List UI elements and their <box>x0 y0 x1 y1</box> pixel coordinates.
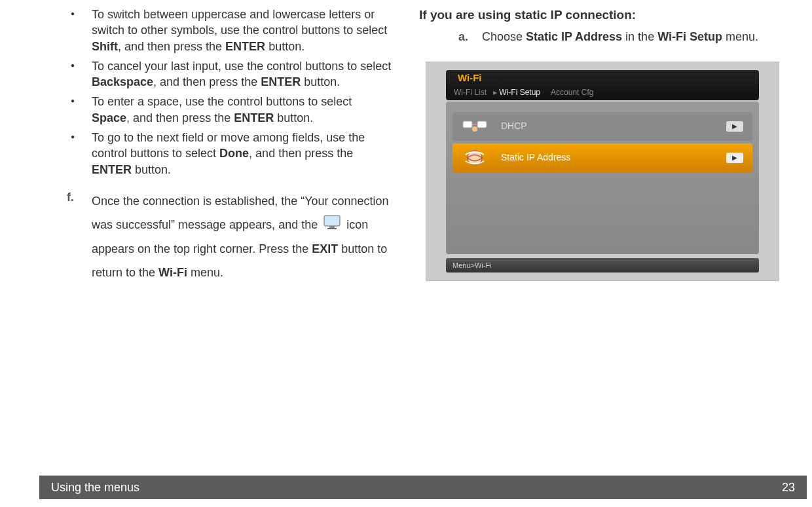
bold-text: Static IP Address <box>526 30 622 43</box>
ss-breadcrumb: Menu>Wi-Fi <box>446 258 759 272</box>
svg-rect-1 <box>329 226 335 228</box>
ss-body: DHCP ▶ Static IP Address ▶ <box>446 102 759 254</box>
page-footer: Using the menus 23 <box>39 476 807 499</box>
bold-text: ENTER <box>92 163 132 176</box>
svg-rect-4 <box>477 121 487 128</box>
wifi-setup-screenshot: Wi-Fi Wi-Fi List ▸ Wi-Fi Setup Account C… <box>426 62 779 281</box>
bold-text: Wi-Fi Setup <box>657 30 722 43</box>
tab-wifi-setup: Wi-Fi Setup <box>499 88 540 97</box>
step-body: Once the connection is established, the … <box>92 189 393 284</box>
bold-text: Backspace <box>92 75 153 88</box>
svg-point-5 <box>472 126 477 132</box>
tab-account-cfg: Account Cfg <box>551 88 593 97</box>
step-label: a. <box>458 29 470 45</box>
text: button. <box>274 111 313 124</box>
bullet-list: To switch between uppercase and lowercas… <box>39 7 393 178</box>
play-icon: ▶ <box>726 153 743 163</box>
bold-text: Wi-Fi <box>158 266 187 279</box>
monitor-icon <box>323 214 341 237</box>
bullet-item: To switch between uppercase and lowercas… <box>92 7 393 54</box>
row-label: Static IP Address <box>501 151 570 164</box>
text: , and then press the <box>118 40 225 53</box>
text: , and then press the <box>126 111 234 124</box>
text: button. <box>301 75 340 88</box>
text: in the <box>622 30 657 43</box>
section-heading: If you are using static IP connection: <box>419 7 792 24</box>
footer-title: Using the menus <box>51 479 139 495</box>
bold-text: EXIT <box>312 242 338 255</box>
row-static-ip: Static IP Address ▶ <box>452 143 752 172</box>
step-label: f. <box>67 189 79 284</box>
text: To enter a space, use the control button… <box>92 95 352 108</box>
text: button. <box>265 40 304 53</box>
globe-icon <box>462 148 488 168</box>
text: To cancel your last input, use the contr… <box>92 60 391 73</box>
bold-text: ENTER <box>261 75 301 88</box>
row-label: DHCP <box>501 120 527 132</box>
text: Choose <box>482 30 526 43</box>
tab-wifi-list: Wi-Fi List <box>454 88 487 97</box>
bullet-item: To go to the next field or move among fi… <box>92 130 393 178</box>
play-icon: ▶ <box>726 121 743 132</box>
bullet-item: To cancel your last input, use the contr… <box>92 58 393 90</box>
svg-rect-2 <box>327 228 337 229</box>
page-number: 23 <box>782 479 795 495</box>
right-column: If you are using static IP connection: a… <box>419 7 792 284</box>
bold-text: ENTER <box>225 40 265 53</box>
text: button. <box>132 163 171 176</box>
text: menu. <box>722 30 758 43</box>
text: menu. <box>187 266 223 279</box>
text: To switch between uppercase and lowercas… <box>92 8 387 37</box>
text: , and then press the <box>153 75 261 88</box>
bold-text: Done <box>219 147 249 160</box>
ss-title: Wi-Fi <box>458 71 482 84</box>
ss-topbar: Wi-Fi Wi-Fi List ▸ Wi-Fi Setup Account C… <box>446 70 759 100</box>
step-body: Choose Static IP Address in the Wi-Fi Se… <box>482 29 758 45</box>
bold-text: Space <box>92 111 126 124</box>
svg-rect-3 <box>463 121 472 128</box>
svg-rect-0 <box>324 216 340 226</box>
dhcp-icon <box>462 117 488 136</box>
bullet-item: To enter a space, use the control button… <box>92 94 393 126</box>
row-dhcp: DHCP ▶ <box>452 112 752 141</box>
ss-tabs: Wi-Fi List ▸ Wi-Fi Setup Account Cfg <box>454 87 593 98</box>
bold-text: ENTER <box>234 111 274 124</box>
bold-text: Shift <box>92 40 118 53</box>
text: , and then press the <box>249 147 353 160</box>
left-column: To switch between uppercase and lowercas… <box>39 7 393 284</box>
step-f: f. Once the connection is established, t… <box>39 189 393 284</box>
step-a: a. Choose Static IP Address in the Wi-Fi… <box>419 29 792 45</box>
